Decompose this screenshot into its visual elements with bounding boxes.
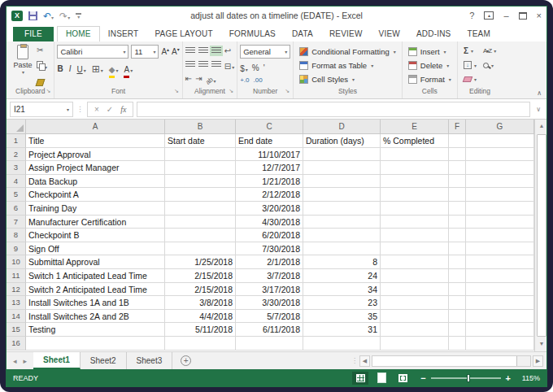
row-header-6[interactable]: 6 [7,202,26,216]
copy-button[interactable]: ▾ [37,58,47,72]
cell-d3[interactable] [303,161,381,175]
sheet-tab-sheet2[interactable]: Sheet2 [81,352,127,369]
cell-g15[interactable] [466,323,534,337]
row-header-8[interactable]: 8 [7,229,26,242]
vertical-scrollbar[interactable]: ▲ ▼ [534,120,546,351]
number-format-select[interactable]: General▾ [240,45,290,59]
row-header-16[interactable]: 16 [7,337,26,351]
name-box[interactable]: I21▾ [10,102,73,117]
cell-e7[interactable] [381,216,449,229]
paste-button[interactable]: Paste ▾ [9,43,37,75]
dialog-launcher-icon[interactable]: ↘ [46,88,51,94]
cell-d10[interactable]: 8 [303,255,381,269]
expand-formula-bar-button[interactable]: ∨ [533,106,543,113]
cell-a11[interactable]: Switch 1 Anticipated Lead Time [26,269,165,283]
vertical-scroll-thumb[interactable] [537,134,546,337]
cell-c11[interactable]: 3/7/2018 [236,269,303,283]
row-header-12[interactable]: 12 [7,283,26,297]
percent-button[interactable]: % [252,63,259,72]
ribbon-tab-home[interactable]: HOME [57,26,100,41]
decrease-indent-button[interactable]: ⇤ [185,74,192,83]
cell-e12[interactable] [381,283,449,297]
dialog-launcher-icon[interactable]: ↘ [229,88,233,94]
row-header-2[interactable]: 2 [7,148,26,162]
save-icon[interactable] [28,11,37,20]
insert-cells-button[interactable]: Insert▾ [408,45,446,59]
insert-function-button[interactable]: fx [120,105,126,114]
align-left-button[interactable] [185,61,195,68]
cell-b6[interactable] [165,202,236,216]
cut-button[interactable]: ✂ [37,46,47,55]
cell-g7[interactable] [466,216,534,229]
page-layout-view-button[interactable] [373,372,390,385]
grow-font-button[interactable]: A▴ [161,46,169,56]
cell-d5[interactable] [303,188,381,202]
wrap-text-button[interactable]: ↩ [224,46,231,55]
cell-f9[interactable] [449,242,466,256]
cell-b14[interactable]: 4/4/2018 [165,310,236,324]
close-button[interactable]: × [537,11,542,20]
clear-button[interactable]: ▾ [464,73,477,85]
zoom-level[interactable]: 115% [516,374,540,382]
cell-a13[interactable]: Install Switches 1A and 1B [26,296,165,310]
cell-g5[interactable] [466,188,534,202]
italic-button[interactable]: I [69,64,72,73]
cell-c5[interactable]: 2/12/2018 [236,188,303,202]
cell-d12[interactable]: 34 [303,283,381,297]
cell-c16[interactable] [236,337,303,351]
enter-button[interactable]: ✓ [107,105,113,114]
format-as-table-button[interactable]: Format as Table▾ [299,59,373,72]
borders-button[interactable]: ⊞▾ [92,61,103,76]
cell-g12[interactable] [466,283,534,297]
bottom-align-button[interactable] [211,47,221,54]
cell-c3[interactable]: 12/7/2017 [236,161,303,175]
column-header-e[interactable]: E [381,120,449,134]
collapse-ribbon-button[interactable]: ∧ [537,89,542,97]
cell-g9[interactable] [466,242,534,256]
row-header-14[interactable]: 14 [7,310,26,324]
cell-e2[interactable] [381,148,449,162]
top-align-button[interactable] [185,47,195,54]
scrollbar-splitter[interactable]: ⋮ [351,357,358,364]
cell-b9[interactable] [165,242,236,256]
ribbon-tab-insert[interactable]: INSERT [100,27,147,41]
cell-d16[interactable] [303,337,381,351]
cell-e3[interactable] [381,161,449,175]
row-header-15[interactable]: 15 [7,323,26,337]
cell-e10[interactable] [381,255,449,269]
cell-a1[interactable]: Title [26,134,165,148]
next-sheet-icon[interactable]: ▸ [24,352,34,369]
minimize-button[interactable]: – [503,11,508,20]
cell-g1[interactable] [466,134,534,148]
cell-c15[interactable]: 6/11/2018 [236,323,303,337]
cell-f6[interactable] [449,202,466,216]
new-sheet-button[interactable]: + [172,352,199,369]
dialog-launcher-icon[interactable]: ↘ [285,88,290,94]
find-select-button[interactable]: ▾ [483,59,496,72]
cell-b4[interactable] [165,175,236,189]
cell-d9[interactable] [303,242,381,256]
cell-e11[interactable] [381,269,449,283]
undo-button[interactable]: ↶▾ [43,8,54,23]
cell-b5[interactable] [165,188,236,202]
row-header-10[interactable]: 10 [7,255,26,269]
cell-f8[interactable] [449,229,466,242]
ribbon-display-options-button[interactable]: ▴ [484,11,494,20]
cell-d6[interactable] [303,202,381,216]
cell-a16[interactable] [26,337,165,351]
font-size-select[interactable]: 11▾ [131,45,159,59]
cell-g8[interactable] [466,229,534,242]
horizontal-scroll-track[interactable] [372,355,531,367]
scroll-down-icon[interactable]: ▼ [535,338,546,351]
cell-g11[interactable] [466,269,534,283]
cell-b12[interactable]: 2/15/2018 [165,283,236,297]
cell-b13[interactable]: 3/8/2018 [165,296,236,310]
ribbon-tab-team[interactable]: TEAM [459,27,499,41]
cell-b7[interactable] [165,216,236,229]
shrink-font-button[interactable]: A▾ [172,46,180,56]
cell-c12[interactable]: 3/17/2018 [236,283,303,297]
scroll-up-icon[interactable]: ▲ [535,120,546,133]
cell-a14[interactable]: Install Switches 2A and 2B [26,310,165,324]
cell-a2[interactable]: Project Approval [26,148,165,162]
cell-f12[interactable] [449,283,466,297]
